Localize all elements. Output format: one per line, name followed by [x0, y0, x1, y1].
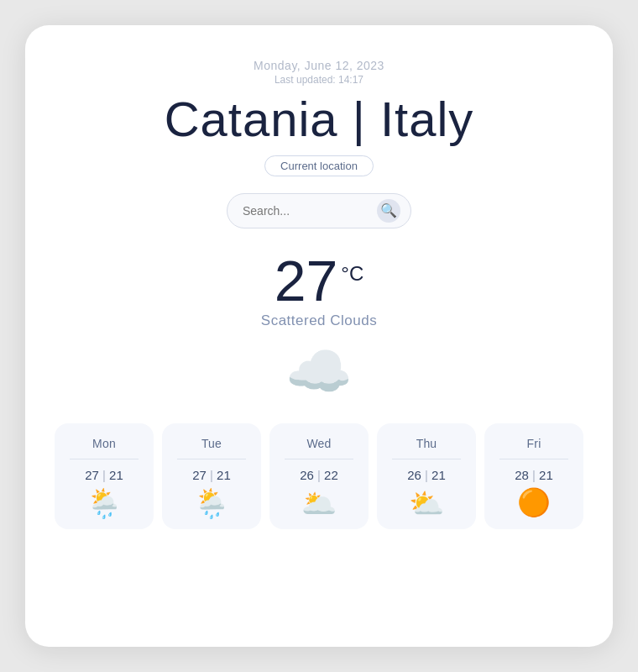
weather-condition: Scattered Clouds [261, 312, 377, 329]
last-updated-label: Last updated: [275, 74, 336, 86]
forecast-temps-3: 26 | 21 [407, 468, 446, 482]
forecast-divider-3 [392, 459, 462, 459]
temp-unit: °C [341, 264, 363, 284]
search-bar: 🔍 [227, 193, 411, 228]
forecast-card-tue: Tue 27 | 21 🌦️ [162, 423, 261, 529]
forecast-divider-4 [499, 459, 569, 459]
main-weather-icon: ☁️ [285, 344, 353, 398]
forecast-low-3: 21 [431, 468, 446, 482]
forecast-high-3: 26 [407, 468, 421, 482]
temp-value: 27 [275, 252, 338, 309]
forecast-low-4: 21 [539, 468, 553, 482]
forecast-high-0: 27 [85, 468, 99, 482]
forecast-divider-2 [285, 459, 354, 459]
forecast-low-0: 21 [109, 468, 123, 482]
forecast-day-1: Tue [201, 437, 222, 450]
forecast-row: Mon 27 | 21 🌦️ Tue 27 | 21 🌦️ Wed 26 | 2… [50, 423, 588, 529]
forecast-day-2: Wed [306, 437, 331, 450]
weather-card: Monday, June 12, 2023 Last updated: 14:1… [25, 25, 613, 647]
forecast-high-2: 26 [300, 468, 314, 482]
forecast-low-2: 22 [324, 468, 338, 482]
search-icon[interactable]: 🔍 [377, 199, 400, 223]
forecast-temps-0: 27 | 21 [85, 468, 123, 482]
current-location-button[interactable]: Current location [264, 155, 374, 176]
forecast-temps-2: 26 | 22 [300, 468, 338, 482]
forecast-high-4: 28 [515, 468, 529, 482]
date-display: Monday, June 12, 2023 [254, 59, 384, 72]
forecast-temps-1: 27 | 21 [192, 468, 231, 482]
forecast-high-1: 27 [192, 468, 207, 482]
forecast-icon-2: 🌥️ [301, 489, 337, 517]
last-updated-time: 14:17 [338, 74, 363, 86]
forecast-icon-3: ⛅ [409, 489, 444, 517]
forecast-icon-1: 🌦️ [194, 489, 229, 517]
forecast-icon-0: 🌦️ [86, 489, 122, 517]
forecast-day-4: Fri [527, 437, 541, 450]
forecast-card-thu: Thu 26 | 21 ⛅ [377, 423, 476, 529]
forecast-divider-0 [70, 459, 139, 459]
forecast-day-3: Thu [416, 437, 437, 450]
forecast-card-fri: Fri 28 | 21 🟠 [484, 423, 583, 529]
last-updated-display: Last updated: 14:17 [275, 74, 363, 86]
city-name: Catania | Italy [165, 94, 474, 145]
forecast-low-1: 21 [217, 468, 231, 482]
search-input[interactable] [243, 204, 377, 218]
forecast-day-0: Mon [92, 437, 116, 450]
forecast-icon-4: 🟠 [517, 489, 551, 516]
temperature-display: 27 °C [275, 252, 364, 309]
forecast-card-wed: Wed 26 | 22 🌥️ [269, 423, 369, 529]
forecast-temps-4: 28 | 21 [515, 468, 553, 482]
forecast-divider-1 [177, 459, 247, 459]
forecast-card-mon: Mon 27 | 21 🌦️ [55, 423, 154, 529]
